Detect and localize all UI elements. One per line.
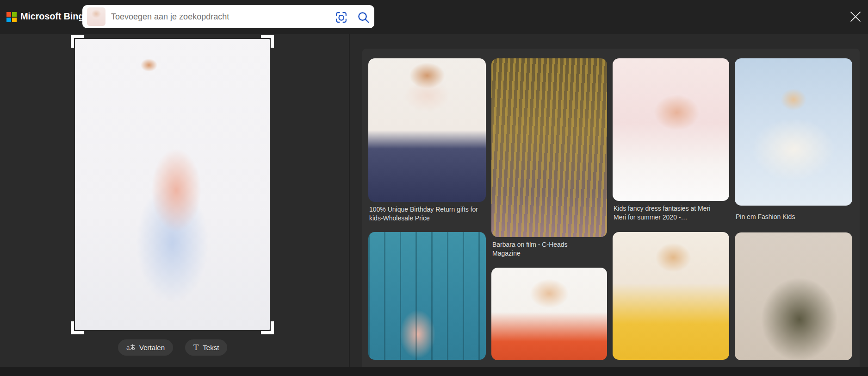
grid-column-4: Pin em Fashion Kids [735, 58, 852, 360]
related-images-panel: 100% Unique Birthday Return gifts for ki… [362, 49, 860, 367]
translate-button[interactable]: a Vertalen [118, 339, 173, 356]
grid-column-1: 100% Unique Birthday Return gifts for ki… [368, 58, 486, 360]
grid-column-2: Barbara on film - C-Heads Magazine [491, 58, 607, 360]
related-image-floral-dress[interactable] [735, 232, 852, 360]
query-image-thumbnail[interactable] [87, 7, 105, 26]
related-image-caption[interactable]: Barbara on film - C-Heads Magazine [492, 240, 596, 258]
text-button[interactable]: T Tekst [185, 339, 227, 356]
related-image-teal-door[interactable] [368, 232, 486, 360]
text-button-label: Tekst [203, 344, 219, 351]
logo-square-blue [6, 18, 11, 22]
crop-handle-top-left[interactable] [71, 35, 84, 48]
related-image-birthday-crown[interactable] [368, 58, 486, 202]
related-images-grid: 100% Unique Birthday Return gifts for ki… [368, 58, 852, 360]
search-bar[interactable] [82, 5, 374, 28]
page-background-strip [0, 367, 868, 376]
related-image-orange-sweater[interactable] [491, 268, 607, 360]
translate-icon: a [126, 343, 135, 352]
search-input[interactable] [111, 5, 329, 28]
logo-square-red [6, 12, 11, 17]
crop-handle-bottom-right[interactable] [261, 321, 274, 334]
related-image-rainbow-makeup[interactable] [613, 58, 729, 201]
related-image-caption[interactable]: Kids fancy dress fantasies at Meri Meri … [614, 204, 721, 222]
related-image-caption[interactable]: 100% Unique Birthday Return gifts for ki… [369, 205, 479, 223]
visual-search-icon[interactable] [334, 10, 348, 25]
crop-handle-top-right[interactable] [261, 35, 274, 48]
related-image-caption[interactable]: Pin em Fashion Kids [736, 213, 846, 221]
microsoft-logo-icon[interactable] [6, 12, 17, 22]
panel-divider [349, 34, 350, 367]
related-image-yellow-dress[interactable] [613, 232, 729, 360]
top-bar: Microsoft Bing [0, 0, 868, 34]
logo-square-green [12, 12, 17, 17]
search-icon[interactable] [356, 10, 371, 25]
related-image-sky-confetti[interactable] [735, 58, 852, 206]
close-icon[interactable] [848, 9, 863, 25]
logo-square-yellow [12, 18, 17, 22]
text-icon: T [193, 344, 198, 351]
translate-button-label: Vertalen [139, 344, 165, 351]
brand-title[interactable]: Microsoft Bing [20, 11, 84, 22]
svg-text:a: a [126, 344, 130, 351]
grid-column-3: Kids fancy dress fantasies at Meri Meri … [613, 58, 729, 360]
related-image-gold-tinsel[interactable] [491, 58, 607, 237]
crop-handle-bottom-left[interactable] [71, 321, 84, 334]
query-image[interactable] [75, 39, 270, 330]
